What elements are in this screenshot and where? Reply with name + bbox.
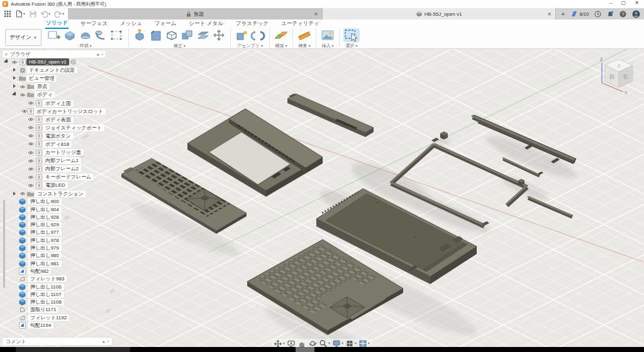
fillet-tool-button[interactable] [148,28,164,42]
tree-item-label[interactable]: 内部フレーム2 [43,165,81,172]
feature-label[interactable]: 押し出し980 [28,252,62,259]
save-button[interactable] [29,10,36,18]
feature-row[interactable]: 押し出し981 [3,260,106,267]
browser-tree-row[interactable]: カートリッジ蓋 [3,148,106,157]
ribbon-tab[interactable]: メッシュ [119,20,143,28]
feature-row[interactable]: 押し出し929 [3,221,106,228]
job-status-badge[interactable]: 8/10 [570,11,589,17]
new-tab-button[interactable]: + [561,10,565,18]
feature-row[interactable]: 押し出し980 [3,252,106,260]
history-icon[interactable] [594,11,601,18]
browser-scrollbar[interactable] [3,200,5,288]
feature-label[interactable]: 押し出し900 [28,198,62,205]
feature-row[interactable]: 押し出し904 [3,206,106,213]
feature-row[interactable]: 勾配1194 [3,321,106,329]
tree-item-label[interactable]: 原点 [35,83,50,90]
browser-tree-row[interactable]: ドキュメントの設定 [3,66,106,74]
collapse-chevrons-icon[interactable]: « [5,52,8,57]
construct-plane-tool-button[interactable] [274,28,289,42]
expander-expanded-icon[interactable] [13,92,18,98]
press-pull-tool-button[interactable] [133,28,148,42]
tree-item-label[interactable]: ビュー管理 [26,75,57,82]
viewports-nav-button[interactable]: ▾ [358,339,370,348]
feature-label[interactable]: 押し出し929 [28,221,62,228]
grid-nav-button[interactable]: ▾ [345,339,357,348]
ribbon-group-label[interactable]: 検査▾ [298,43,310,49]
tree-item-label[interactable]: ボディ818 [43,141,72,148]
comments-bar[interactable]: コメント ● › [3,338,112,345]
feature-row[interactable]: 押し出し1107 [3,290,106,298]
feature-label[interactable]: フィレット983 [28,275,67,282]
ribbon-group-label[interactable]: 作成▾ [79,43,91,49]
browser-tree-row[interactable]: 原点 [3,82,106,91]
bulb-icon[interactable]: ● [102,339,104,344]
ribbon-tab[interactable]: ソリッド [45,19,69,29]
browser-tree-row[interactable]: ジョイスティックポート [3,124,106,132]
expander-collapsed-icon[interactable] [13,84,18,89]
redo-button[interactable]: ▾ [54,10,64,18]
feature-label[interactable]: 勾配982 [28,268,51,275]
expander-collapsed-icon[interactable] [13,191,18,197]
feature-row[interactable]: 押し出し979 [3,244,106,251]
ribbon-tab[interactable]: フォーム [154,20,177,28]
avatar[interactable] [632,10,640,18]
minimize-button[interactable]: – [609,0,612,6]
feature-label[interactable]: 押し出し1107 [28,291,64,298]
extrude-tool-button[interactable] [62,28,77,42]
feature-label[interactable]: 押し出し904 [28,206,62,213]
ribbon-tab[interactable]: ユーティリティ [280,20,320,28]
expander-expanded-icon[interactable] [5,59,10,65]
browser-tree-row[interactable]: ボディ表面 [3,116,106,124]
tree-item-label[interactable]: 電源ボタン [43,133,74,140]
combine-tool-button[interactable] [180,28,195,42]
browser-tree-row[interactable]: ボディ [3,91,106,99]
tree-item-label[interactable]: ボディ [35,91,55,98]
feature-row[interactable]: 押し出し978 [3,236,106,244]
display-nav-button[interactable]: ▾ [332,339,343,348]
feature-row[interactable]: 押し出し900 [3,198,106,206]
pan-nav-button[interactable]: ▾ [274,339,285,348]
browser-tree-row[interactable]: コンストラクション [3,190,106,198]
look-at-nav-button[interactable] [287,339,296,348]
create-sketch-tool-button[interactable] [47,28,62,42]
ribbon-tab[interactable]: プラスチック [235,20,269,28]
undo-button[interactable]: ▾ [40,10,50,18]
ribbon-group-label[interactable]: 挿入▾ [321,43,333,49]
feature-row[interactable]: 面取り1171 [3,306,106,314]
browser-panel-header[interactable]: « ブラウザ ● › [3,50,106,58]
select-tool-button[interactable] [343,28,360,42]
tree-item-label[interactable]: 電源LED [43,182,68,189]
feature-label[interactable]: 押し出し979 [28,245,62,251]
tree-item-label[interactable]: HB-55J_open v1 [26,58,69,65]
ribbon-group-label[interactable]: アセンブリ▾ [237,43,263,49]
expand-arrow-icon[interactable]: › [108,339,109,344]
expander-collapsed-icon[interactable] [13,67,18,73]
browser-tree-row[interactable]: 内部フレーム1 [3,157,106,165]
feature-row[interactable]: フィレット983 [3,275,106,283]
tab-close-icon[interactable]: ✕ [314,11,318,17]
app-grid-button[interactable] [4,10,11,18]
expand-arrow-icon[interactable]: › [102,52,103,57]
doc-tab-active[interactable]: HB-55J_open v1 ✕ [323,8,556,19]
bulb-icon[interactable]: ● [96,52,99,57]
feature-label[interactable]: 押し出し928 [28,214,62,221]
sketch-dims-tool-button[interactable] [109,28,125,42]
browser-tree-row[interactable]: ボディカートリッジスロット [3,107,106,116]
browser-tree-row[interactable]: ボディ818 [3,140,106,148]
browser-tree-row[interactable]: キーボードフレーム [3,173,106,181]
feature-label[interactable]: 面取り1171 [28,306,58,313]
feature-row[interactable]: 押し出し1106 [3,283,106,290]
feature-row[interactable]: 勾配982 [3,267,106,275]
ribbon-tab[interactable]: シート メタル [189,20,224,28]
tree-item-label[interactable]: ドキュメントの設定 [26,67,77,74]
joint-tool-button[interactable] [250,28,265,42]
expander-collapsed-icon[interactable] [13,75,18,81]
ribbon-group-label[interactable]: 構築▾ [275,43,287,49]
tree-item-label[interactable]: コンストラクション [35,190,86,197]
viewcube[interactable]: Z X 上 前 右 [596,55,640,97]
help-icon[interactable]: ? [619,11,626,18]
ribbon-group-label[interactable]: 修正▾ [174,43,186,49]
tree-item-label[interactable]: ボディ表面 [43,116,74,123]
shell-tool-button[interactable] [164,28,179,42]
tree-item-label[interactable]: キーボードフレーム [43,173,94,180]
